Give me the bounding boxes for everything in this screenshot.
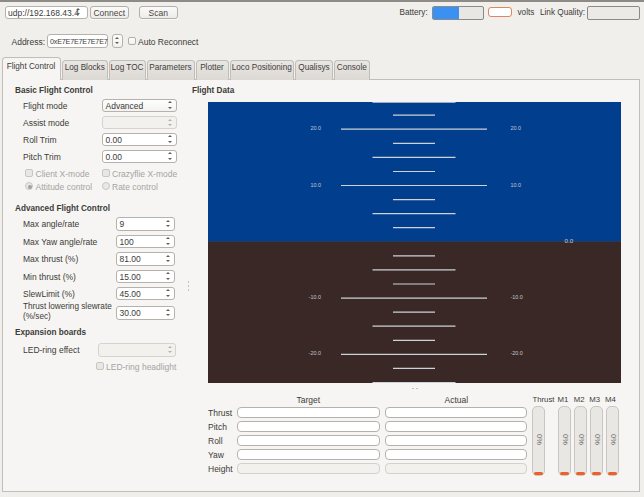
svg-text:10.0: 10.0	[511, 182, 522, 188]
svg-text:20.0: 20.0	[511, 125, 522, 131]
svg-text:-10.0: -10.0	[309, 294, 321, 300]
svg-text:20.0: 20.0	[310, 125, 321, 131]
svg-text:-20.0: -20.0	[309, 350, 321, 356]
svg-text:-10.0: -10.0	[511, 294, 523, 300]
svg-text:-20.0: -20.0	[511, 350, 523, 356]
svg-text:10.0: 10.0	[310, 182, 321, 188]
svg-text:0.0: 0.0	[565, 237, 574, 244]
